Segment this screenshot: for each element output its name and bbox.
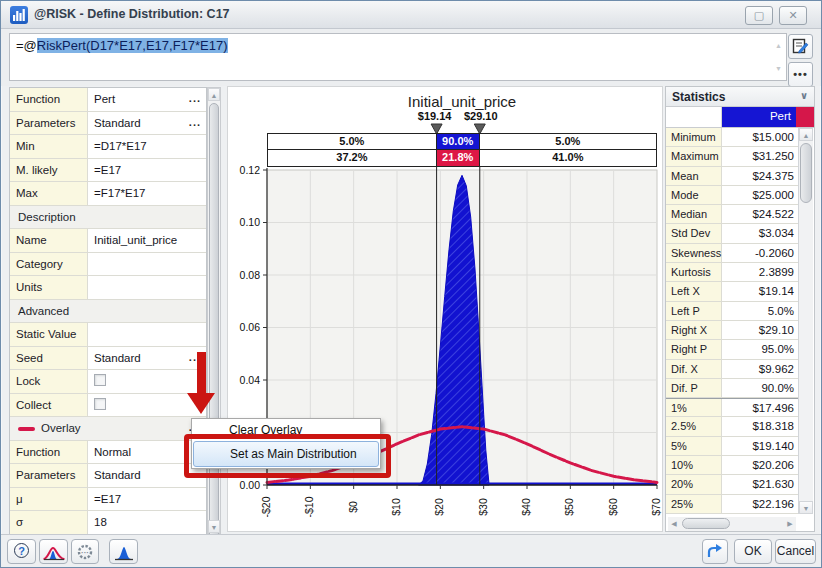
stat-row-2-5-: 2.5%$18.318 bbox=[666, 417, 798, 436]
define-distribution-dialog: @RISK - Define Distribution: C17 ▢ ✕ =@R… bbox=[0, 0, 822, 568]
property-value[interactable]: Standard... bbox=[88, 112, 206, 135]
property-value[interactable] bbox=[88, 323, 206, 346]
overlay-curves-button[interactable] bbox=[39, 539, 68, 564]
scroll-up-icon[interactable]: ▲ bbox=[208, 88, 220, 101]
svg-text:$20: $20 bbox=[433, 498, 445, 516]
scrollbar-thumb[interactable] bbox=[682, 518, 730, 529]
property-value[interactable]: =D17*E17 bbox=[88, 135, 206, 158]
property-value[interactable] bbox=[88, 370, 206, 393]
statistics-vscrollbar[interactable]: ▲ ▼ bbox=[798, 128, 813, 514]
stat-value: $21.630 bbox=[722, 475, 798, 493]
lock-checkbox[interactable] bbox=[94, 374, 106, 386]
stat-row-25-: 25%$22.196 bbox=[666, 495, 798, 514]
edit-formula-button[interactable] bbox=[788, 34, 813, 59]
property-row-max: Max=F17*E17 bbox=[10, 182, 206, 206]
stat-value: $17.496 bbox=[722, 399, 798, 416]
menu-item-set-as-main-distribution[interactable]: Set as Main Distribution bbox=[193, 441, 379, 467]
property-row-units: Units bbox=[10, 276, 206, 300]
section-label: Overlay bbox=[41, 422, 81, 434]
property-value[interactable]: Standard bbox=[88, 464, 206, 487]
statistics-column-header: Pert bbox=[666, 107, 814, 128]
property-row-parameters: ParametersStandard bbox=[10, 464, 206, 488]
band-value: 5.0% bbox=[480, 134, 656, 149]
property-label: Category bbox=[10, 253, 88, 276]
stat-value: 95.0% bbox=[722, 340, 798, 358]
property-row-parameters: ParametersStandard... bbox=[10, 112, 206, 136]
scroll-right-icon[interactable]: ▶ bbox=[784, 517, 796, 531]
svg-text:$60: $60 bbox=[607, 498, 619, 516]
stat-label: Mode bbox=[666, 186, 722, 204]
stat-label: Minimum bbox=[666, 128, 722, 146]
menu-item-clear-overlay[interactable]: Clear Overlay bbox=[193, 420, 379, 441]
property-label: Function bbox=[10, 441, 88, 464]
property-value[interactable] bbox=[88, 276, 206, 299]
property-label: Units bbox=[10, 276, 88, 299]
formula-options-button[interactable]: ••• bbox=[788, 62, 813, 87]
section-header-description: Description bbox=[10, 206, 206, 230]
property-value[interactable]: =F17*E17 bbox=[88, 182, 206, 205]
stat-row-dif-x: Dif. X$9.962 bbox=[666, 360, 798, 379]
property-value[interactable]: =E17 bbox=[88, 159, 206, 182]
property-value[interactable]: Normal bbox=[88, 441, 206, 464]
property-label: Max bbox=[10, 182, 88, 205]
statistics-hscrollbar[interactable]: ◀ ▶ bbox=[668, 517, 796, 531]
ok-button[interactable]: OK bbox=[734, 539, 772, 564]
stat-label: Skewness bbox=[666, 244, 722, 262]
scroll-down-icon[interactable]: ▼ bbox=[208, 520, 220, 533]
svg-text:$40: $40 bbox=[520, 498, 532, 516]
stat-row-mean: Mean$24.375 bbox=[666, 167, 798, 186]
property-row-function: FunctionPert... bbox=[10, 88, 206, 112]
property-options-button[interactable]: ... bbox=[189, 92, 201, 104]
stat-row-5-: 5%$19.140 bbox=[666, 437, 798, 456]
property-row--: μ=E17 bbox=[10, 488, 206, 512]
help-button[interactable]: ? bbox=[7, 539, 36, 564]
property-label: Static Value bbox=[10, 323, 88, 346]
help-icon: ? bbox=[14, 543, 29, 558]
stat-label: Dif. P bbox=[666, 379, 722, 397]
property-row-collect: Collect bbox=[10, 394, 206, 418]
svg-text:···: ··· bbox=[81, 548, 89, 557]
stat-label: Left X bbox=[666, 282, 722, 300]
property-value[interactable]: =E17 bbox=[88, 488, 206, 511]
distribution-view-button[interactable] bbox=[109, 539, 138, 564]
formula-scroll-up-icon[interactable]: ▲ bbox=[775, 42, 782, 49]
stat-row-minimum: Minimum$15.000 bbox=[666, 128, 798, 147]
svg-text:$50: $50 bbox=[563, 498, 575, 516]
overlay-context-menu: Clear Overlay Set as Main Distribution bbox=[191, 418, 381, 469]
property-options-button[interactable]: ... bbox=[189, 116, 201, 128]
close-button[interactable]: ✕ bbox=[779, 6, 807, 25]
scroll-up-icon[interactable]: ▲ bbox=[799, 128, 813, 141]
property-value[interactable]: Initial_unit_price bbox=[88, 229, 206, 252]
stat-value: $19.14 bbox=[722, 282, 798, 300]
scrollbar-thumb[interactable] bbox=[800, 143, 812, 203]
cancel-button[interactable]: Cancel bbox=[775, 539, 816, 564]
scroll-left-icon[interactable]: ◀ bbox=[668, 517, 680, 531]
svg-text:0.04: 0.04 bbox=[240, 374, 261, 386]
stat-value: -0.2060 bbox=[722, 244, 798, 262]
property-value[interactable]: 18 bbox=[88, 511, 206, 534]
collect-checkbox[interactable] bbox=[94, 398, 106, 410]
stat-name-column-header bbox=[666, 107, 722, 127]
property-value[interactable]: Pert... bbox=[88, 88, 206, 111]
probability-bands: 5.0%90.0%5.0%37.2%21.8%41.0% bbox=[267, 133, 657, 167]
scrollbar-thumb[interactable] bbox=[209, 103, 219, 543]
formula-scroll-down-icon[interactable]: ▼ bbox=[775, 65, 782, 72]
property-value[interactable] bbox=[88, 253, 206, 276]
property-label: Lock bbox=[10, 370, 88, 393]
stat-row-10-: 10%$20.206 bbox=[666, 456, 798, 475]
settings-button[interactable]: ··· bbox=[71, 539, 99, 564]
formula-input[interactable]: =@RiskPert(D17*E17,E17,F17*E17) ▲ ▼ bbox=[9, 33, 787, 81]
stat-label: 10% bbox=[666, 456, 722, 474]
statistics-header: Statistics ∨ bbox=[666, 87, 814, 107]
maximize-button[interactable]: ▢ bbox=[745, 6, 773, 25]
collapse-chevron-icon[interactable]: ∨ bbox=[800, 90, 808, 101]
scroll-down-icon[interactable]: ▼ bbox=[799, 501, 813, 514]
property-value[interactable]: Standard... bbox=[88, 347, 206, 370]
stat-value: 90.0% bbox=[722, 379, 798, 397]
formula-selected-text: RiskPert(D17*E17,E17,F17*E17) bbox=[37, 38, 228, 53]
stat-row-dif-p: Dif. P90.0% bbox=[666, 379, 798, 398]
swap-cell-reference-button[interactable] bbox=[702, 539, 728, 564]
property-row-min: Min=D17*E17 bbox=[10, 135, 206, 159]
band-row-1: 5.0%90.0%5.0% bbox=[267, 133, 657, 150]
band-value: 5.0% bbox=[268, 134, 437, 149]
